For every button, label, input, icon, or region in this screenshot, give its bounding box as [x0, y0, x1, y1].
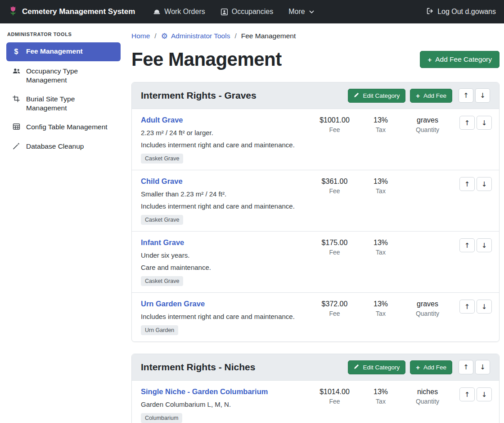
fee-info: Single Niche - Garden Columbarium Garden…	[141, 387, 309, 423]
nav-item-occupancies[interactable]: Occupancies	[220, 8, 274, 16]
fee-info: Urn Garden Grave Includes interment righ…	[141, 300, 309, 335]
move-fee-down-button[interactable]: ↓	[477, 300, 492, 314]
fee-name-link[interactable]: Child Grave	[141, 177, 183, 186]
fee-type-badge: Casket Grave	[141, 154, 183, 164]
brand-title: Cemetery Management System	[22, 7, 135, 16]
edit-category-button[interactable]: Edit Category	[348, 89, 405, 103]
logout-button[interactable]: Log Out d.gowans	[426, 7, 496, 17]
fee-tax-label: Tax	[360, 126, 401, 133]
add-fee-label: Add Fee	[423, 364, 446, 371]
fee-tax-column: 13% Tax	[360, 116, 401, 133]
move-fee-down-button[interactable]: ↓	[477, 238, 492, 252]
fee-name-link[interactable]: Single Niche - Garden Columbarium	[141, 387, 268, 396]
move-fee-down-button[interactable]: ↓	[477, 387, 492, 401]
breadcrumb: Home / ⚙ Administrator Tools / Fee Manag…	[131, 30, 500, 41]
fee-amount-value: $361.00	[309, 177, 360, 186]
fee-amount-column: $175.00 Fee	[309, 238, 360, 256]
move-fee-up-button[interactable]: ↑	[459, 238, 475, 252]
fee-amount-label: Fee	[309, 249, 360, 256]
fee-tax-column: 13% Tax	[360, 387, 401, 405]
fee-descriptions: Under six years.Care and maintenance.	[141, 251, 304, 271]
logout-icon	[426, 7, 434, 17]
fee-descriptions: 2.23 m² / 24 ft² or larger.Includes inte…	[141, 129, 304, 149]
plus-icon: +	[428, 56, 432, 63]
sidebar-item-occupancy-type-management[interactable]: Occupancy Type Management	[6, 62, 121, 89]
sidebar-item-config-table-management[interactable]: Config Table Management	[6, 118, 121, 136]
sidebar-item-burial-site-type-management[interactable]: Burial Site Type Management	[6, 90, 121, 117]
fee-category-card: Interment Rights - Graves Edit Category …	[131, 82, 500, 342]
fee-quantity-label: Quantity	[401, 310, 454, 317]
fee-amount-label: Fee	[309, 310, 360, 317]
fee-descriptions: Smaller than 2.23 m² / 24 ft².Includes i…	[141, 190, 304, 210]
sidebar-item-fee-management[interactable]: $ Fee Management	[6, 42, 121, 61]
fee-amount-value: $1014.00	[309, 388, 360, 396]
fee-tax-label: Tax	[360, 310, 401, 317]
edit-category-button[interactable]: Edit Category	[348, 360, 405, 374]
move-fee-up-button[interactable]: ↑	[459, 177, 475, 191]
fee-description-line: Includes interment right and care and ma…	[141, 141, 304, 149]
fee-tax-column: 13% Tax	[360, 300, 401, 317]
fee-quantity-column: graves Quantity	[401, 116, 454, 133]
sidebar-item-label: Burial Site Type Management	[26, 95, 115, 113]
sidebar-heading: ADMINISTRATOR TOOLS	[7, 32, 121, 37]
breadcrumb-home-link[interactable]: Home	[131, 32, 150, 40]
add-fee-button[interactable]: + Add Fee	[410, 360, 452, 374]
move-category-up-button[interactable]: ↑	[459, 88, 473, 103]
category-title: Interment Rights - Niches	[141, 362, 343, 373]
move-category-up-button[interactable]: ↑	[459, 360, 473, 374]
fee-description-line: Includes interment right and care and ma…	[141, 313, 304, 320]
category-fee-list: Adult Grave 2.23 m² / 24 ft² or larger.I…	[132, 109, 499, 341]
fee-description-line: 2.23 m² / 24 ft² or larger.	[141, 129, 304, 136]
category-fee-list: Single Niche - Garden Columbarium Garden…	[132, 381, 499, 423]
add-fee-button[interactable]: + Add Fee	[410, 89, 452, 103]
dollar-icon: $	[12, 47, 21, 57]
fee-row: Adult Grave 2.23 m² / 24 ft² or larger.I…	[132, 109, 499, 170]
sidebar-item-label: Database Cleanup	[26, 142, 84, 151]
fee-amount-value: $1001.00	[309, 116, 360, 124]
move-category-down-button[interactable]: ↓	[475, 88, 490, 103]
fee-name-link[interactable]: Urn Garden Grave	[141, 300, 205, 308]
fee-type-badge: Casket Grave	[141, 276, 183, 286]
move-fee-down-button[interactable]: ↓	[477, 177, 492, 191]
fee-info: Infant Grave Under six years.Care and ma…	[141, 238, 309, 286]
move-fee-up-button[interactable]: ↑	[459, 387, 475, 401]
fee-quantity-label: Quantity	[401, 126, 454, 133]
fee-quantity-value: graves	[401, 300, 454, 308]
move-fee-up-button[interactable]: ↑	[459, 300, 475, 314]
fee-row: Child Grave Smaller than 2.23 m² / 24 ft…	[132, 170, 499, 231]
fee-amount-column: $372.00 Fee	[309, 300, 360, 317]
fee-tax-label: Tax	[360, 187, 401, 195]
main-content: Home / ⚙ Administrator Tools / Fee Manag…	[126, 23, 504, 423]
fee-type-badge: Columbarium	[141, 413, 182, 423]
fee-name-link[interactable]: Adult Grave	[141, 116, 183, 124]
fee-row: Single Niche - Garden Columbarium Garden…	[132, 381, 499, 423]
fee-tax-column: 13% Tax	[360, 177, 401, 195]
edit-category-label: Edit Category	[363, 92, 400, 99]
nav-item-more[interactable]: More	[288, 8, 314, 16]
table-icon	[12, 123, 21, 130]
person-frame-icon	[220, 8, 228, 16]
fee-tax-label: Tax	[360, 249, 401, 256]
fee-description-line: Garden Columbarium L, M, N.	[141, 400, 304, 408]
magic-wand-icon	[12, 142, 21, 150]
fee-quantity-column: graves Quantity	[401, 300, 454, 317]
gear-icon: ⚙	[161, 32, 168, 41]
fee-quantity-value: niches	[401, 388, 454, 396]
breadcrumb-admin-tools-link[interactable]: ⚙ Administrator Tools	[161, 32, 230, 41]
move-fee-up-button[interactable]: ↑	[459, 116, 475, 130]
categories-container: Interment Rights - Graves Edit Category …	[131, 82, 500, 423]
fee-type-badge: Urn Garden	[141, 325, 178, 335]
fee-tax-value: 13%	[360, 239, 401, 247]
nav-item-work-orders[interactable]: Work Orders	[153, 8, 205, 16]
add-fee-category-button[interactable]: + Add Fee Category	[420, 51, 500, 68]
breadcrumb-current: Fee Management	[241, 32, 296, 40]
page-title: Fee Management	[131, 49, 282, 70]
people-icon	[12, 67, 21, 75]
move-category-down-button[interactable]: ↓	[475, 360, 490, 374]
move-fee-down-button[interactable]: ↓	[477, 116, 492, 130]
tulip-logo-icon	[8, 5, 18, 19]
fee-row: Urn Garden Grave Includes interment righ…	[132, 292, 499, 341]
sidebar-item-database-cleanup[interactable]: Database Cleanup	[6, 137, 121, 155]
fee-amount-value: $175.00	[309, 239, 360, 247]
fee-name-link[interactable]: Infant Grave	[141, 238, 184, 247]
